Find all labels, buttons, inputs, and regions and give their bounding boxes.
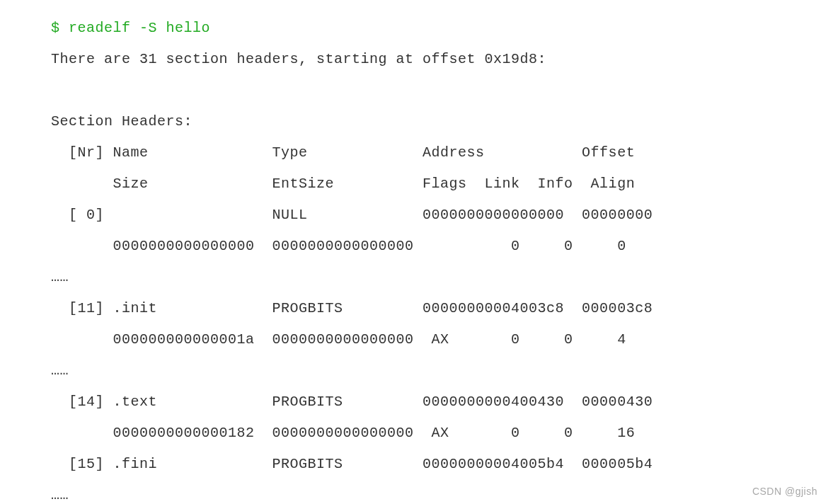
section-row-14-line2: 0000000000000182 0000000000000000 AX 0 0… xyxy=(51,425,635,441)
watermark: CSDN @gjish xyxy=(752,486,817,497)
section-row-0-line1: [ 0] NULL 0000000000000000 00000000 xyxy=(51,207,653,223)
ellipsis: …… xyxy=(51,362,69,379)
command-line: $ readelf -S hello xyxy=(51,20,210,36)
section-row-15-line1: [15] .fini PROGBITS 00000000004005b4 000… xyxy=(51,456,653,472)
terminal-output: $ readelf -S hello There are 31 section … xyxy=(0,0,833,504)
ellipsis: …… xyxy=(51,269,69,285)
header-row-2: Size EntSize Flags Link Info Align xyxy=(51,176,635,192)
ellipsis: …… xyxy=(51,487,69,503)
intro-line: There are 31 section headers, starting a… xyxy=(51,51,546,67)
section-row-11-line1: [11] .init PROGBITS 00000000004003c8 000… xyxy=(51,300,653,316)
header-row-1: [Nr] Name Type Address Offset xyxy=(51,144,635,161)
section-headers-title: Section Headers: xyxy=(51,113,193,130)
section-row-11-line2: 000000000000001a 0000000000000000 AX 0 0… xyxy=(51,331,626,348)
section-row-14-line1: [14] .text PROGBITS 0000000000400430 000… xyxy=(51,394,653,410)
section-row-0-line2: 0000000000000000 0000000000000000 0 0 0 xyxy=(51,238,626,254)
